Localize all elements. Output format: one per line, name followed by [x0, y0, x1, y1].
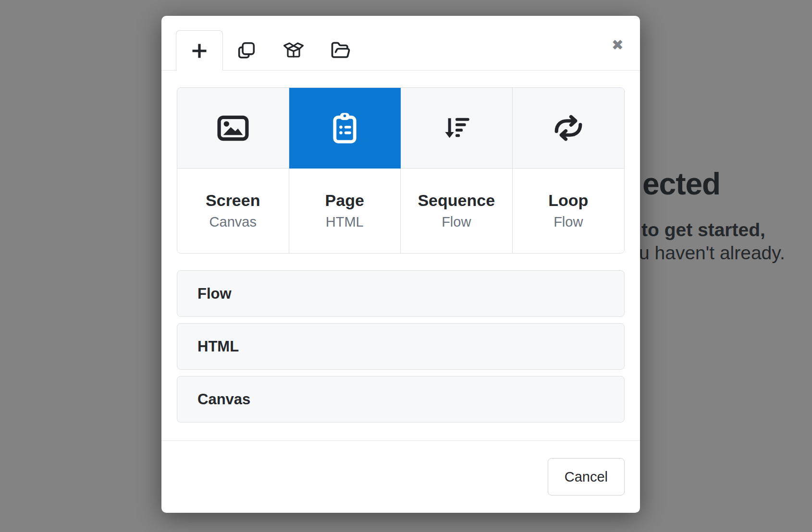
- list-item-html[interactable]: HTML: [177, 323, 625, 370]
- sort-amount-down-icon: [442, 115, 471, 141]
- list-item-flow[interactable]: Flow: [177, 270, 625, 317]
- dialog-content: Screen Canvas Page HTML Sequence Flow Lo…: [161, 71, 640, 423]
- type-label-sequence[interactable]: Sequence Flow: [401, 169, 513, 253]
- cancel-button[interactable]: Cancel: [548, 458, 625, 496]
- type-subtitle: HTML: [326, 215, 364, 230]
- close-icon[interactable]: ✖: [612, 38, 624, 52]
- dialog-footer: Cancel: [161, 440, 640, 513]
- background-text-line-2: u haven't already.: [639, 242, 785, 264]
- type-subtitle: Canvas: [209, 215, 257, 230]
- clipboard-list-icon: [331, 112, 358, 145]
- dialog-tabbar: ✖: [161, 16, 640, 71]
- list-item-label: HTML: [197, 338, 239, 355]
- tab-package[interactable]: [270, 30, 317, 70]
- type-title: Screen: [206, 192, 260, 209]
- folder-open-icon: [331, 40, 351, 60]
- type-title: Loop: [548, 192, 588, 209]
- tab-duplicate[interactable]: [223, 30, 270, 70]
- background-heading-fragment: ected: [642, 166, 720, 202]
- type-label-page[interactable]: Page HTML: [289, 169, 401, 253]
- list-item-label: Canvas: [197, 391, 250, 408]
- type-icon-sequence[interactable]: [401, 88, 513, 169]
- type-picker-grid: Screen Canvas Page HTML Sequence Flow Lo…: [177, 87, 625, 254]
- plus-icon: [191, 42, 208, 60]
- type-icon-screen[interactable]: [177, 88, 289, 169]
- tab-new[interactable]: [176, 30, 223, 71]
- list-item-label: Flow: [197, 285, 232, 302]
- type-title: Page: [325, 192, 364, 209]
- type-title: Sequence: [418, 192, 495, 209]
- image-icon: [217, 115, 249, 141]
- type-subtitle: Flow: [442, 215, 471, 230]
- tab-open[interactable]: [317, 30, 364, 70]
- type-icon-page[interactable]: [289, 88, 401, 169]
- list-item-canvas[interactable]: Canvas: [177, 376, 625, 423]
- background-text-line-1: to get started,: [641, 219, 765, 241]
- repeat-icon: [551, 114, 586, 142]
- copy-icon: [237, 41, 256, 60]
- box-open-icon: [283, 41, 304, 60]
- type-label-screen[interactable]: Screen Canvas: [177, 169, 289, 253]
- type-label-loop[interactable]: Loop Flow: [513, 169, 625, 253]
- new-item-dialog: ✖: [161, 16, 640, 513]
- type-subtitle: Flow: [554, 215, 583, 230]
- type-icon-loop[interactable]: [513, 88, 625, 169]
